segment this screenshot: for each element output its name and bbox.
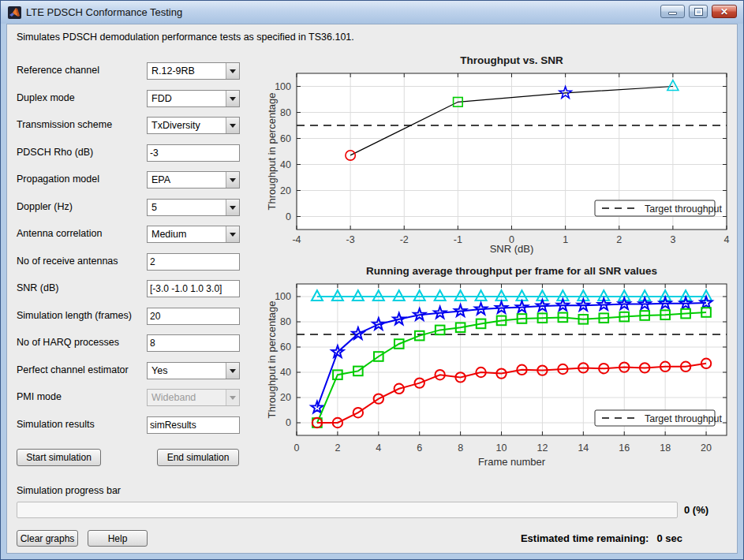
receive-antennas-input[interactable]: [147, 253, 240, 271]
doppler-dropdown[interactable]: 5: [147, 199, 240, 216]
svg-text:14: 14: [578, 442, 589, 454]
channel-estimator-dropdown[interactable]: Yes: [147, 362, 240, 379]
pdsch-rho-input[interactable]: [147, 144, 240, 162]
dropdown-value: R.12-9RB: [148, 63, 226, 79]
reference-channel-label: Reference channel: [17, 62, 147, 80]
antenna-correlation-dropdown[interactable]: Medium: [147, 226, 240, 243]
chevron-down-icon[interactable]: [226, 63, 239, 79]
progress-bar-label: Simulation progress bar: [17, 485, 121, 496]
simulation-results-label: Simulation results: [17, 416, 147, 434]
form-row: No of receive antennas: [17, 253, 240, 271]
form-row: Perfect channel estimator Yes: [17, 362, 240, 379]
form-row: SNR (dB): [17, 280, 240, 297]
running-average-throughput-chart: 02468101214161820020406080100Running ave…: [266, 261, 739, 468]
progress-percent: 0 (%): [684, 504, 708, 516]
dropdown-value: FDD: [148, 91, 226, 106]
pmi-mode-label: PMI mode: [17, 389, 147, 406]
form-row: PMI mode Wideband: [17, 389, 240, 406]
description-text: Simulates PDSCH demodulation performance…: [17, 32, 354, 43]
svg-text:2: 2: [616, 234, 622, 245]
simulation-length-input[interactable]: [147, 308, 240, 325]
form-row: Simulation results: [17, 416, 240, 434]
form-row: Propagation model EPA: [17, 171, 240, 189]
eta-label: Estimated time remaining:: [521, 532, 649, 544]
form-row: Doppler (Hz) 5: [17, 199, 240, 216]
svg-text:Throughput in percentage: Throughput in percentage: [266, 301, 278, 419]
chevron-down-icon: [226, 390, 239, 405]
dropdown-value: TxDiversity: [148, 118, 226, 133]
chevron-down-icon[interactable]: [226, 226, 239, 242]
chevron-down-icon[interactable]: [226, 172, 239, 188]
svg-text:Throughput vs. SNR: Throughput vs. SNR: [460, 54, 563, 66]
svg-text:8: 8: [458, 442, 463, 454]
svg-text:100: 100: [275, 81, 291, 92]
reference-channel-dropdown[interactable]: R.12-9RB: [147, 62, 240, 80]
clear-graphs-button[interactable]: Clear graphs: [17, 530, 78, 547]
close-button[interactable]: ✕: [712, 5, 737, 18]
svg-text:Target throughput: Target throughput: [645, 413, 723, 424]
receive-antennas-label: No of receive antennas: [17, 253, 147, 271]
svg-text:Running average throughput per: Running average throughput per frame for…: [366, 265, 657, 277]
help-button[interactable]: Help: [88, 530, 148, 547]
duplex-mode-dropdown[interactable]: FDD: [147, 90, 240, 107]
svg-text:80: 80: [280, 107, 291, 118]
close-icon: ✕: [720, 7, 728, 17]
form-row: PDSCH Rho (dB): [17, 144, 240, 162]
svg-text:0: 0: [286, 417, 291, 428]
svg-text:80: 80: [280, 316, 291, 327]
maximize-icon: [695, 9, 702, 15]
start-simulation-button[interactable]: Start simulation: [17, 449, 101, 466]
svg-text:60: 60: [280, 342, 291, 353]
svg-text:18: 18: [660, 442, 671, 454]
harq-processes-input[interactable]: [147, 334, 240, 352]
form-row: Duplex mode FDD: [17, 90, 240, 107]
window-title: LTE PDSCH Conformance Testing: [26, 6, 182, 18]
svg-text:100: 100: [275, 291, 291, 302]
svg-text:SNR (dB): SNR (dB): [490, 243, 534, 255]
svg-text:0: 0: [294, 442, 300, 454]
matlab-icon: [8, 6, 21, 19]
dropdown-value: 5: [148, 200, 226, 215]
minimize-button[interactable]: [660, 5, 685, 18]
maximize-button[interactable]: [689, 5, 708, 18]
channel-estimator-label: Perfect channel estimator: [17, 362, 147, 379]
svg-text:16: 16: [619, 442, 630, 454]
snr-input[interactable]: [147, 280, 240, 297]
antenna-correlation-label: Antenna correlation: [17, 226, 147, 243]
svg-text:2: 2: [335, 442, 340, 454]
chevron-down-icon[interactable]: [226, 118, 239, 133]
snr-label: SNR (dB): [17, 280, 147, 297]
svg-text:0: 0: [286, 211, 291, 222]
chevron-down-icon[interactable]: [226, 200, 239, 215]
pmi-mode-dropdown: Wideband: [147, 389, 240, 406]
titlebar: LTE PDSCH Conformance Testing ✕: [1, 1, 743, 24]
svg-text:6: 6: [417, 442, 422, 454]
dropdown-value: EPA: [148, 172, 226, 188]
transmission-scheme-label: Transmission scheme: [17, 117, 147, 134]
svg-text:Frame number: Frame number: [478, 456, 546, 468]
svg-text:10: 10: [496, 442, 507, 454]
end-simulation-button[interactable]: End simulation: [157, 449, 239, 466]
figure-content: Simulates PDSCH demodulation performance…: [6, 24, 738, 554]
svg-text:40: 40: [280, 367, 291, 378]
form-row: Antenna correlation Medium: [17, 226, 240, 243]
svg-text:-3: -3: [346, 234, 355, 245]
transmission-scheme-dropdown[interactable]: TxDiversity: [147, 117, 240, 134]
chevron-down-icon[interactable]: [226, 91, 239, 106]
doppler-label: Doppler (Hz): [17, 199, 147, 216]
throughput-vs-snr-chart: -4-3-2-101234020406080100Throughput vs. …: [266, 48, 739, 255]
form-row: Transmission scheme TxDiversity: [17, 117, 240, 134]
harq-processes-label: No of HARQ processes: [17, 334, 147, 352]
svg-text:-2: -2: [400, 234, 409, 245]
simulation-results-input[interactable]: [147, 416, 240, 434]
svg-text:-4: -4: [292, 234, 301, 245]
chevron-down-icon[interactable]: [226, 363, 239, 379]
svg-text:-1: -1: [454, 234, 462, 245]
svg-text:4: 4: [376, 442, 381, 454]
svg-text:4: 4: [724, 234, 730, 245]
svg-text:1: 1: [563, 234, 568, 245]
form-row: Simulation length (frames): [17, 308, 240, 325]
propagation-model-dropdown[interactable]: EPA: [147, 171, 240, 189]
form-row: No of HARQ processes: [17, 334, 240, 352]
eta-value: 0 sec: [656, 532, 682, 544]
